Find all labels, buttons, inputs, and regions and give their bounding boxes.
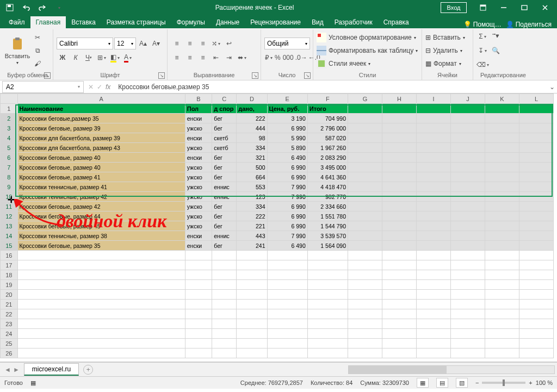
cell[interactable]: [17, 300, 185, 309]
row-header-4[interactable]: 4: [1, 133, 18, 143]
cell[interactable]: 6 490: [267, 241, 307, 251]
sheet-nav-prev-icon[interactable]: ◄: [4, 366, 11, 374]
col-header-A[interactable]: A: [17, 94, 185, 104]
cell[interactable]: [451, 309, 485, 319]
cell[interactable]: [451, 182, 485, 192]
cell[interactable]: [417, 202, 451, 211]
font-color-icon[interactable]: A: [122, 52, 134, 64]
cell[interactable]: 587 020: [307, 133, 348, 143]
cell[interactable]: енски: [185, 133, 212, 143]
cell[interactable]: ужско: [185, 172, 212, 182]
cell[interactable]: [417, 172, 451, 182]
increase-indent-icon[interactable]: ⇥: [223, 52, 235, 64]
cell[interactable]: 2 334 660: [307, 202, 348, 211]
cell[interactable]: 500: [237, 163, 267, 172]
cell[interactable]: [451, 231, 485, 241]
cell[interactable]: 5 990: [267, 133, 307, 143]
cell[interactable]: [451, 133, 485, 143]
cell[interactable]: [307, 260, 348, 270]
row-header-9[interactable]: 9: [1, 182, 18, 192]
cell[interactable]: енски: [185, 231, 212, 241]
cell[interactable]: [348, 349, 382, 358]
cell[interactable]: [485, 133, 519, 143]
cell[interactable]: [237, 260, 267, 270]
cell[interactable]: [348, 329, 382, 339]
row-header-1[interactable]: 1: [1, 104, 18, 114]
cell[interactable]: [485, 241, 519, 251]
conditional-format-button[interactable]: Условное форматирование▾: [317, 31, 418, 44]
row-header-12[interactable]: 12: [1, 211, 18, 221]
cell[interactable]: бег: [212, 163, 237, 172]
cell[interactable]: ужско: [185, 202, 212, 211]
cell[interactable]: [185, 309, 212, 319]
cell[interactable]: бег: [212, 211, 237, 221]
cell[interactable]: [485, 319, 519, 329]
cell[interactable]: [348, 300, 382, 309]
cell[interactable]: бег: [212, 241, 237, 251]
cell[interactable]: [485, 182, 519, 192]
cell[interactable]: [348, 221, 382, 231]
cell[interactable]: [519, 211, 554, 221]
cell[interactable]: бег: [212, 172, 237, 182]
row-header-15[interactable]: 15: [1, 241, 18, 251]
cell[interactable]: [519, 280, 554, 290]
cell[interactable]: ужско: [185, 211, 212, 221]
col-header-G[interactable]: G: [348, 94, 382, 104]
cell[interactable]: 321: [237, 153, 267, 163]
format-table-button[interactable]: Форматировать как таблицу▾: [317, 44, 418, 57]
cell[interactable]: [485, 280, 519, 290]
redo-icon[interactable]: [36, 2, 49, 14]
cell[interactable]: [519, 172, 554, 182]
col-header-E[interactable]: E: [267, 94, 307, 104]
cell[interactable]: [348, 172, 382, 182]
row-header-16[interactable]: 16: [1, 251, 18, 260]
cell[interactable]: 221: [237, 221, 267, 231]
cell[interactable]: [382, 153, 417, 163]
cell[interactable]: [237, 309, 267, 319]
cell[interactable]: [485, 211, 519, 221]
cell[interactable]: [382, 182, 417, 192]
cell[interactable]: [382, 319, 417, 329]
cell[interactable]: [17, 290, 185, 300]
align-left-icon[interactable]: ≡: [171, 52, 183, 64]
underline-icon[interactable]: Ч▾: [83, 52, 95, 64]
cell[interactable]: дано,: [237, 104, 267, 114]
cell[interactable]: [17, 280, 185, 290]
cell[interactable]: 6 990: [267, 211, 307, 221]
cell[interactable]: [382, 221, 417, 231]
cell[interactable]: [519, 300, 554, 309]
cell[interactable]: 4 641 360: [307, 172, 348, 182]
cell[interactable]: [485, 192, 519, 202]
cell[interactable]: 982 770: [307, 192, 348, 202]
cell[interactable]: [348, 211, 382, 221]
cell[interactable]: [417, 349, 451, 358]
cell[interactable]: [417, 290, 451, 300]
minimize-icon[interactable]: [494, 2, 513, 14]
cell[interactable]: Кроссовки беговые,размер 35: [17, 114, 185, 123]
cell[interactable]: [267, 349, 307, 358]
cell[interactable]: 3 190: [267, 114, 307, 123]
cell[interactable]: 6 990: [267, 221, 307, 231]
cell[interactable]: Кроссовки для баскетбола, размер 43: [17, 143, 185, 153]
cell[interactable]: [185, 280, 212, 290]
tab-данные[interactable]: Данные: [211, 16, 245, 28]
format-cells-button[interactable]: ▦Формат▾: [425, 57, 465, 70]
cell[interactable]: [185, 349, 212, 358]
cell[interactable]: Кроссовки теннисные, размер 38: [17, 231, 185, 241]
cell[interactable]: [451, 192, 485, 202]
cell[interactable]: [185, 329, 212, 339]
tell-me-button[interactable]: 💡Помощ…: [463, 21, 502, 28]
row-header-19[interactable]: 19: [1, 280, 18, 290]
col-header-D[interactable]: D: [237, 94, 267, 104]
cell[interactable]: Кроссовки беговые, размер 44: [17, 211, 185, 221]
macro-record-icon[interactable]: ▦: [30, 379, 36, 387]
cell[interactable]: [348, 319, 382, 329]
cell[interactable]: 7 990: [267, 231, 307, 241]
cell[interactable]: [382, 114, 417, 123]
cell[interactable]: Кроссовки для баскетбола, размер 39: [17, 133, 185, 143]
cell[interactable]: [519, 104, 554, 114]
bold-icon[interactable]: Ж: [57, 52, 69, 64]
cell[interactable]: [485, 172, 519, 182]
cell[interactable]: [348, 114, 382, 123]
row-header-21[interactable]: 21: [1, 300, 18, 309]
